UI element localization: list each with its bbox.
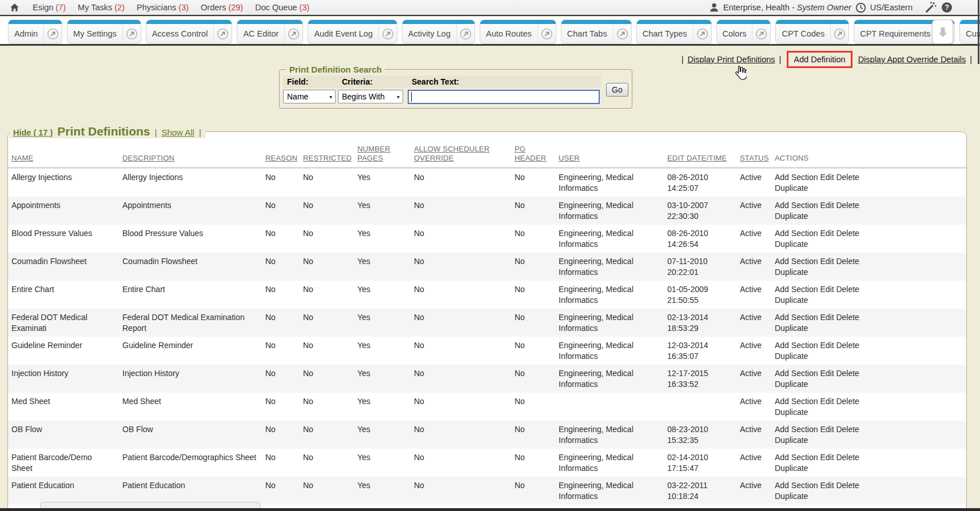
open-in-new-icon[interactable] [457, 28, 475, 40]
action-delete-link[interactable]: Delete [836, 173, 859, 182]
action-duplicate-link[interactable]: Duplicate [775, 436, 808, 445]
tab-auto-routes[interactable]: Auto Routes [480, 19, 556, 44]
action-add-section-link[interactable]: Add Section [775, 341, 818, 350]
action-delete-link[interactable]: Delete [836, 425, 859, 434]
action-edit-link[interactable]: Edit [820, 425, 834, 434]
tab-activity-log[interactable]: Activity Log [402, 19, 475, 44]
action-duplicate-link[interactable]: Duplicate [775, 183, 808, 193]
home-icon[interactable] [9, 2, 20, 13]
column-header-user[interactable]: USER [555, 138, 664, 167]
hide-link[interactable]: Hide ( 17 ) [13, 128, 53, 137]
tab-chart-tabs[interactable]: Chart Tabs [561, 19, 632, 44]
open-in-new-icon[interactable] [285, 28, 302, 40]
column-header-restricted[interactable]: RESTRICTED [300, 138, 354, 167]
action-edit-link[interactable]: Edit [820, 173, 834, 182]
topnav-item-orders[interactable]: Orders (29) [201, 3, 243, 12]
open-in-new-icon[interactable] [694, 28, 711, 40]
action-duplicate-link[interactable]: Duplicate [775, 352, 808, 361]
cell-restricted: No [300, 337, 354, 365]
tab-ac-editor[interactable]: AC Editor [237, 19, 303, 44]
criteria-select[interactable]: Begins With ▾ [338, 90, 403, 103]
topnav-item-doc-queue[interactable]: Doc Queue (3) [255, 3, 309, 12]
action-add-section-link[interactable]: Add Section [775, 257, 818, 266]
tab-cust[interactable]: Cust [959, 19, 980, 44]
action-add-section-link[interactable]: Add Section [775, 453, 818, 462]
column-header-description[interactable]: DESCRIPTION [119, 138, 262, 167]
action-edit-link[interactable]: Edit [820, 257, 834, 266]
action-add-section-link[interactable]: Add Section [775, 425, 818, 434]
action-duplicate-link[interactable]: Duplicate [775, 492, 808, 501]
action-add-section-link[interactable]: Add Section [775, 481, 818, 490]
action-edit-link[interactable]: Edit [820, 229, 834, 238]
help-icon[interactable]: ? [941, 2, 953, 13]
action-duplicate-link[interactable]: Duplicate [775, 408, 808, 417]
wand-icon[interactable] [925, 1, 937, 14]
action-edit-link[interactable]: Edit [820, 397, 834, 406]
tab-overflow-button[interactable] [932, 19, 953, 44]
topnav-item-physicians[interactable]: Physicians (3) [137, 3, 189, 12]
action-add-section-link[interactable]: Add Section [775, 285, 818, 294]
open-in-new-icon[interactable] [379, 28, 397, 40]
action-delete-link[interactable]: Delete [836, 481, 859, 490]
action-add-section-link[interactable]: Add Section [775, 173, 818, 182]
action-duplicate-link[interactable]: Duplicate [775, 380, 808, 389]
action-add-section-link[interactable]: Add Section [775, 397, 818, 406]
column-header-number-pages[interactable]: NUMBERPAGES [354, 138, 411, 167]
action-delete-link[interactable]: Delete [836, 313, 859, 322]
topnav-item-esign[interactable]: Esign (7) [33, 3, 66, 12]
action-edit-link[interactable]: Edit [820, 201, 834, 210]
tab-colors[interactable]: Colors [716, 19, 771, 44]
action-duplicate-link[interactable]: Duplicate [775, 211, 808, 221]
open-in-new-icon[interactable] [538, 28, 556, 40]
action-delete-link[interactable]: Delete [836, 341, 859, 350]
tab-access-control[interactable]: Access Control [146, 19, 233, 44]
action-add-section-link[interactable]: Add Section [775, 201, 818, 210]
action-delete-link[interactable]: Delete [836, 453, 859, 462]
tab-chart-types[interactable]: Chart Types [636, 19, 712, 44]
open-in-new-icon[interactable] [614, 28, 631, 40]
action-edit-link[interactable]: Edit [820, 313, 834, 322]
action-delete-link[interactable]: Delete [836, 201, 859, 210]
show-all-link[interactable]: Show All [161, 127, 194, 137]
action-add-section-link[interactable]: Add Section [775, 369, 818, 378]
field-select[interactable]: Name ▾ [283, 90, 336, 103]
add-definition-link[interactable]: Add Definition [794, 55, 845, 64]
action-edit-link[interactable]: Edit [820, 369, 834, 378]
action-delete-link[interactable]: Delete [836, 285, 859, 294]
action-duplicate-link[interactable]: Duplicate [775, 239, 808, 249]
open-in-new-icon[interactable] [123, 28, 141, 40]
action-add-section-link[interactable]: Add Section [775, 313, 818, 322]
open-in-new-icon[interactable] [752, 28, 770, 40]
display-print-definitions-link[interactable]: Display Print Definitions [687, 55, 775, 64]
action-edit-link[interactable]: Edit [820, 285, 834, 294]
topnav-item-my-tasks[interactable]: My Tasks (2) [78, 3, 125, 12]
action-duplicate-link[interactable]: Duplicate [775, 296, 808, 305]
column-header-status[interactable]: STATUS [736, 138, 771, 167]
action-delete-link[interactable]: Delete [836, 369, 859, 378]
action-duplicate-link[interactable]: Duplicate [775, 464, 808, 473]
column-header-pg-header[interactable]: PGHEADER [511, 138, 555, 167]
column-header-edit-date-time[interactable]: EDIT DATE/TIME [664, 138, 736, 167]
column-header-name[interactable]: NAME [8, 138, 119, 167]
open-in-new-icon[interactable] [44, 28, 62, 40]
action-edit-link[interactable]: Edit [820, 481, 834, 490]
search-text-input[interactable] [408, 90, 600, 104]
action-duplicate-link[interactable]: Duplicate [775, 324, 808, 333]
action-add-section-link[interactable]: Add Section [775, 229, 818, 238]
action-delete-link[interactable]: Delete [836, 229, 859, 238]
action-delete-link[interactable]: Delete [836, 397, 859, 406]
tab-cpt-codes[interactable]: CPT Codes [775, 19, 849, 44]
open-in-new-icon[interactable] [214, 28, 232, 40]
tab-audit-event-log[interactable]: Audit Event Log [308, 19, 397, 44]
action-duplicate-link[interactable]: Duplicate [775, 268, 808, 277]
action-edit-link[interactable]: Edit [820, 453, 834, 462]
open-in-new-icon[interactable] [831, 28, 848, 40]
column-header-allow-scheduler-override[interactable]: ALLOW SCHEDULEROVERRIDE [411, 138, 511, 167]
tab-admin[interactable]: Admin [8, 19, 62, 44]
action-edit-link[interactable]: Edit [820, 341, 834, 350]
display-appt-override-link[interactable]: Display Appt Override Details [858, 55, 966, 64]
column-header-reason[interactable]: REASON [262, 138, 300, 167]
action-delete-link[interactable]: Delete [836, 257, 859, 266]
go-button[interactable]: Go [606, 83, 628, 97]
tab-my-settings[interactable]: My Settings [67, 19, 141, 44]
